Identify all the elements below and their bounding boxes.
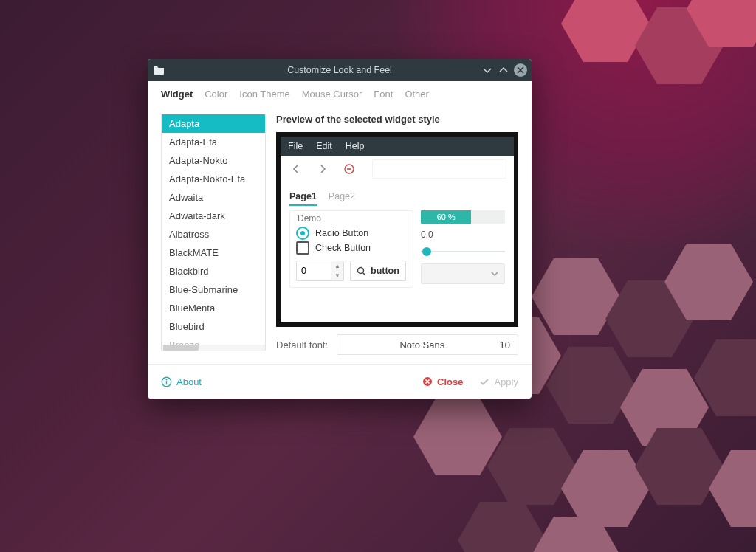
minimize-button[interactable]	[481, 64, 493, 76]
preview-slider[interactable]	[421, 246, 505, 258]
close-icon	[422, 376, 433, 387]
theme-list-scrollbar[interactable]	[162, 345, 265, 351]
theme-item[interactable]: Blue-Submarine	[162, 280, 265, 299]
default-font-label: Default font:	[276, 339, 328, 351]
check-label: Check Button	[315, 243, 371, 253]
info-icon	[161, 376, 172, 387]
svg-line-3	[363, 272, 366, 275]
dialog-footer: About Close Apply	[148, 364, 532, 399]
svg-point-5	[166, 379, 168, 380]
tab-color[interactable]: Color	[205, 89, 227, 104]
theme-item[interactable]: Adapta	[162, 114, 265, 133]
tab-other[interactable]: Other	[405, 89, 429, 104]
svg-rect-6	[166, 381, 167, 384]
theme-item[interactable]: Adwaita-dark	[162, 207, 265, 225]
theme-item[interactable]: Adapta-Nokto-Eta	[162, 170, 265, 188]
font-name: Noto Sans	[345, 339, 499, 351]
tab-icon-theme[interactable]: Icon Theme	[239, 89, 289, 104]
default-font-button[interactable]: Noto Sans 10	[337, 334, 518, 355]
preview-label: Preview of the selected widget style	[276, 114, 518, 125]
theme-item[interactable]: BlackMATE	[162, 244, 265, 262]
preview-menubar: File Edit Help	[281, 137, 514, 156]
theme-item[interactable]: Adapta-Nokto	[162, 151, 265, 170]
close-window-button[interactable]	[514, 63, 527, 77]
theme-item[interactable]: Blackbird	[162, 262, 265, 280]
tab-mouse-cursor[interactable]: Mouse Cursor	[302, 89, 362, 104]
preview-check-button[interactable]: Check Button	[296, 241, 407, 255]
stop-icon[interactable]	[341, 161, 357, 177]
menu-edit[interactable]: Edit	[316, 141, 332, 151]
check-icon	[479, 376, 489, 387]
spin-value[interactable]	[297, 261, 331, 280]
folder-icon	[148, 65, 170, 75]
preview-url-entry[interactable]	[372, 159, 506, 179]
preview-page-tabs: Page1 Page2	[281, 182, 514, 206]
radio-label: Radio Button	[315, 228, 368, 238]
scale-value-label: 0.0	[421, 230, 505, 240]
theme-item[interactable]: Adapta-Eta	[162, 133, 265, 151]
default-font-row: Default font: Noto Sans 10	[276, 334, 518, 355]
font-size: 10	[500, 339, 510, 351]
close-button[interactable]: Close	[422, 376, 463, 387]
back-icon[interactable]	[288, 161, 304, 177]
apply-label: Apply	[494, 376, 518, 387]
preview-combo-box[interactable]	[421, 263, 505, 284]
preview-spin-button[interactable]: ▲▼	[296, 261, 344, 281]
about-label: About	[176, 376, 202, 387]
maximize-button[interactable]	[498, 64, 509, 76]
close-label: Close	[437, 376, 463, 387]
spin-down-icon[interactable]: ▼	[331, 271, 343, 280]
preview-toolbar	[281, 156, 514, 182]
preview-radio-button[interactable]: Radio Button	[296, 227, 407, 240]
theme-item[interactable]: BlueMenta	[162, 299, 265, 317]
frame-legend: Demo	[296, 213, 323, 224]
category-tabs: Widget Color Icon Theme Mouse Cursor Fon…	[148, 81, 532, 105]
apply-button[interactable]: Apply	[479, 376, 518, 387]
menu-file[interactable]: File	[288, 141, 303, 151]
about-button[interactable]: About	[161, 376, 202, 387]
preview-tab-page2[interactable]: Page2	[329, 191, 355, 206]
preview-tab-page1[interactable]: Page1	[289, 191, 317, 206]
theme-item[interactable]: Breeze	[162, 336, 265, 345]
preview-progress-bar: 60 %	[421, 210, 505, 224]
button-label: button	[371, 266, 399, 276]
tab-widget[interactable]: Widget	[161, 89, 193, 104]
svg-rect-1	[347, 168, 351, 170]
widget-preview: File Edit Help Page1 Page2	[276, 132, 518, 327]
window-title: Customize Look and Feel	[148, 65, 532, 75]
search-icon	[357, 266, 366, 276]
svg-point-2	[358, 267, 364, 273]
window-titlebar[interactable]: Customize Look and Feel	[148, 59, 532, 81]
theme-item[interactable]: Adwaita	[162, 188, 265, 207]
menu-help[interactable]: Help	[346, 141, 365, 151]
theme-item[interactable]: Bluebird	[162, 317, 265, 336]
spin-up-icon[interactable]: ▲	[331, 261, 343, 271]
settings-window: Customize Look and Feel Widget Color Ico…	[148, 59, 532, 399]
theme-list[interactable]: Adapta Adapta-Eta Adapta-Nokto Adapta-No…	[161, 114, 266, 351]
tab-font[interactable]: Font	[374, 89, 393, 104]
theme-item[interactable]: Albatross	[162, 225, 265, 244]
preview-button[interactable]: button	[350, 261, 406, 281]
chevron-down-icon	[491, 270, 498, 277]
forward-icon[interactable]	[315, 161, 331, 177]
preview-demo-frame: Demo Radio Button Check Button ▲▼ button	[289, 210, 413, 288]
